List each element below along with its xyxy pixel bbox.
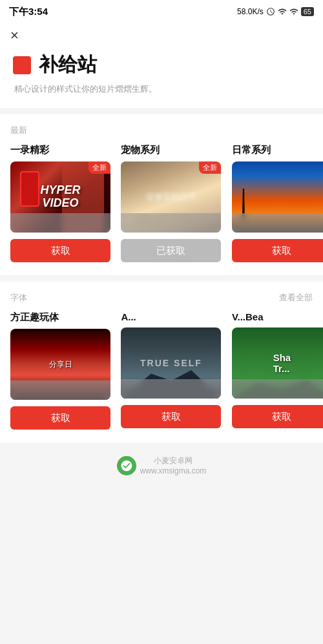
font-card-1: 分享日 bbox=[10, 329, 110, 400]
font-3-text: ShaTr... bbox=[273, 352, 291, 374]
status-bar: 下午3:54 58.0K/s 65 bbox=[0, 0, 323, 23]
font-item-3: V...Bea ShaTr... 获取 bbox=[232, 311, 323, 428]
latest-item-2: 宠物系列 绽放宝的日子 全新 已获取 bbox=[121, 144, 221, 262]
top-bar: × bbox=[0, 23, 323, 45]
header-title-row: 补给站 bbox=[13, 52, 310, 78]
latest-item-3: 日常系列 获取 bbox=[232, 144, 323, 262]
watermark-site: 小麦安卓网 bbox=[140, 455, 207, 466]
font-1-title: 方正趣玩体 bbox=[10, 311, 110, 324]
badge-new-2: 全新 bbox=[199, 161, 221, 174]
font-card-2: TRUE SELF bbox=[121, 327, 221, 399]
card-gray-3 bbox=[232, 213, 323, 233]
view-all-button[interactable]: 查看全部 bbox=[279, 292, 313, 304]
font-gray-2 bbox=[121, 379, 221, 399]
fonts-header-row: 字体 查看全部 bbox=[0, 292, 323, 304]
card-gray-1 bbox=[10, 213, 110, 233]
main-header: 补给站 精心设计的样式让你的短片熠熠生辉。 bbox=[0, 45, 323, 108]
red-square-icon bbox=[13, 56, 31, 74]
watermark: 小麦安卓网 www.xmsigma.com bbox=[0, 442, 323, 488]
font-3-title: V...Bea bbox=[232, 311, 323, 322]
font-get-button-3[interactable]: 获取 bbox=[232, 405, 323, 428]
watermark-info: 小麦安卓网 www.xmsigma.com bbox=[140, 455, 207, 475]
status-time: 下午3:54 bbox=[9, 6, 48, 18]
gotten-button-2[interactable]: 已获取 bbox=[121, 239, 221, 262]
close-button[interactable]: × bbox=[10, 27, 19, 43]
font-card-3: ShaTr... bbox=[232, 327, 323, 399]
latest-item-3-title: 日常系列 bbox=[232, 144, 323, 156]
get-button-1[interactable]: 获取 bbox=[10, 239, 110, 262]
font-item-1: 方正趣玩体 分享日 获取 bbox=[10, 311, 110, 430]
font-gray-1 bbox=[10, 380, 110, 400]
latest-card-3 bbox=[232, 161, 323, 233]
watermark-url: www.xmsigma.com bbox=[140, 466, 207, 475]
watermark-logo-img bbox=[117, 456, 136, 475]
wifi-icon bbox=[289, 7, 298, 16]
watermark-logo: 小麦安卓网 www.xmsigma.com bbox=[10, 455, 313, 475]
hyper-video-text: HYPERVIDEO bbox=[40, 184, 80, 210]
get-button-3[interactable]: 获取 bbox=[232, 239, 323, 262]
page-title: 补给站 bbox=[39, 52, 97, 78]
font-item-2: A... TRUE SELF 获取 bbox=[121, 311, 221, 428]
network-speed: 58.0K/s bbox=[237, 7, 264, 16]
fonts-scroll[interactable]: 方正趣玩体 分享日 获取 A... TRUE SELF bbox=[0, 311, 323, 430]
badge-new-1: 全新 bbox=[89, 161, 110, 174]
latest-item-2-title: 宠物系列 bbox=[121, 144, 221, 156]
card-gray-2 bbox=[121, 213, 221, 233]
latest-scroll[interactable]: 一录精彩 HYPERVIDEO 全新 获取 宠物系列 bbox=[0, 144, 323, 262]
latest-card-2: 绽放宝的日子 全新 bbox=[121, 161, 221, 233]
page-subtitle: 精心设计的样式让你的短片熠熠生辉。 bbox=[14, 83, 310, 95]
alarm-icon bbox=[266, 7, 275, 16]
signal-icon bbox=[278, 7, 287, 16]
latest-label: 最新 bbox=[0, 125, 323, 136]
status-right: 58.0K/s 65 bbox=[237, 7, 314, 16]
true-self-text: TRUE SELF bbox=[140, 358, 202, 368]
font-2-title: A... bbox=[121, 311, 221, 322]
fonts-label: 字体 bbox=[10, 292, 27, 304]
latest-card-1: HYPERVIDEO 全新 bbox=[10, 161, 110, 233]
battery-level: 65 bbox=[301, 7, 314, 16]
latest-item-1-title: 一录精彩 bbox=[10, 144, 110, 156]
latest-section: 最新 一录精彩 HYPERVIDEO 全新 获取 宠物系列 bbox=[0, 114, 323, 275]
cat-title-text: 绽放宝的日子 bbox=[146, 191, 196, 203]
font-gray-3 bbox=[232, 379, 323, 399]
font-1-text: 分享日 bbox=[49, 359, 72, 370]
font-get-button-1[interactable]: 获取 bbox=[10, 406, 110, 430]
latest-item-1: 一录精彩 HYPERVIDEO 全新 获取 bbox=[10, 144, 110, 262]
fonts-section: 字体 查看全部 方正趣玩体 分享日 获取 A... bbox=[0, 282, 323, 442]
font-get-button-2[interactable]: 获取 bbox=[121, 405, 221, 428]
